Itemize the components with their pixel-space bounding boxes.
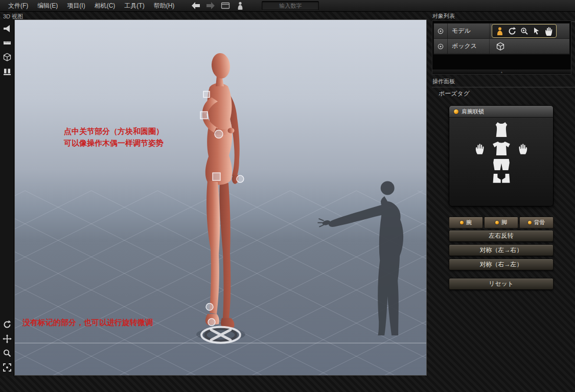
menubar-icon-group <box>191 2 245 10</box>
shoulder-link-toggle[interactable]: 肩腕联锁 <box>449 106 553 118</box>
forward-icon[interactable] <box>205 2 216 10</box>
joint-marker-circle[interactable] <box>237 175 244 182</box>
operation-panel-header: 操作面板 <box>432 77 575 87</box>
ruler-icon[interactable] <box>2 37 13 49</box>
tshirt-icon[interactable] <box>493 142 510 155</box>
menubar: 文件(F) 编辑(E) 项目(I) 相机(C) 工具(T) 帮助(H) <box>0 0 575 12</box>
model-tools <box>490 24 569 38</box>
part-button-spine[interactable]: 背骨 <box>519 217 554 228</box>
pose-group-panel: 肩腕联锁 <box>449 105 554 206</box>
box-icon[interactable] <box>494 40 506 52</box>
menu-camera[interactable]: 相机(C) <box>95 2 116 10</box>
joint-marker-square[interactable] <box>200 111 208 119</box>
cube-icon[interactable] <box>2 52 13 63</box>
camera-frame-icon[interactable] <box>2 362 13 373</box>
symmetry-right-to-left-button[interactable]: 对称（右→左） <box>449 259 554 270</box>
back-icon[interactable] <box>191 2 201 10</box>
annotation-line-3: 没有标记的部分，也可以进行旋转微调 <box>22 316 153 328</box>
hand-tool-icon[interactable] <box>543 25 555 37</box>
zoom-icon[interactable] <box>2 348 13 359</box>
part-button-arm-label: 腕 <box>466 219 472 226</box>
window-icon[interactable] <box>220 2 231 10</box>
part-button-leg-label: 脚 <box>501 219 507 226</box>
object-row-model[interactable]: モデル <box>434 24 569 39</box>
part-button-spine-label: 背骨 <box>534 219 545 226</box>
application-window: 文件(F) 编辑(E) 项目(I) 相机(C) 工具(T) 帮助(H) 3D 视… <box>0 0 575 392</box>
orange-dot-icon <box>454 109 458 114</box>
object-list: モデル <box>432 20 571 75</box>
move-icon[interactable] <box>2 333 13 344</box>
move-tool-icon[interactable] <box>531 25 542 37</box>
orange-dot-icon <box>528 221 532 224</box>
object-label-model: モデル <box>448 24 490 38</box>
horn-icon[interactable] <box>2 23 13 34</box>
object-list-rows: モデル <box>433 23 570 55</box>
annotation-line-2: 可以像操作木偶一样调节姿势 <box>64 137 164 149</box>
symmetry-left-to-right-button[interactable]: 对称（左→右） <box>449 244 554 256</box>
joint-marker-circle[interactable] <box>215 130 223 138</box>
flip-button[interactable]: 左右反转 <box>449 230 554 242</box>
reset-button[interactable]: リセット <box>449 278 554 290</box>
part-button-row: 腕 脚 背骨 <box>449 217 554 228</box>
part-button-leg[interactable]: 脚 <box>484 217 518 228</box>
box-tools <box>490 39 569 54</box>
joint-marker-circle[interactable] <box>208 318 215 326</box>
rotate-icon[interactable] <box>2 319 13 330</box>
shoulder-link-label: 肩腕联锁 <box>462 108 484 116</box>
annotation-rotation: 没有标记的部分，也可以进行旋转微调 <box>22 316 153 328</box>
orange-dot-icon <box>460 221 464 224</box>
menu-project[interactable]: 项目(I) <box>67 2 85 10</box>
hand-icon[interactable] <box>518 143 528 155</box>
annotation-joints: 点中关节部分（方块和圆圈） 可以像操作木偶一样调节姿势 <box>64 125 164 149</box>
pose-body <box>449 118 553 183</box>
shorts-icon[interactable] <box>493 159 510 170</box>
menu-help[interactable]: 帮助(H) <box>154 2 175 10</box>
menu-edit[interactable]: 编辑(E) <box>37 2 58 10</box>
pose-row-upper <box>475 142 528 155</box>
boots-icon[interactable] <box>492 174 511 183</box>
hand-icon[interactable] <box>475 143 485 155</box>
number-input[interactable] <box>262 1 319 10</box>
rotate-tool-icon[interactable] <box>506 25 518 37</box>
tool-selection-box <box>492 24 557 38</box>
mannequin-head <box>211 52 232 79</box>
joint-marker-circle[interactable] <box>206 303 213 310</box>
visibility-icon[interactable] <box>434 39 448 54</box>
menu-tools[interactable]: 工具(T) <box>124 2 144 10</box>
left-toolbar <box>0 19 14 376</box>
orange-dot-icon <box>495 221 499 224</box>
doll-icon[interactable] <box>235 2 245 10</box>
mannequin-near-leg <box>206 180 220 314</box>
mannequin-far-leg <box>219 182 231 319</box>
annotation-line-1: 点中关节部分（方块和圆圈） <box>64 125 164 137</box>
vest-icon[interactable] <box>494 122 509 138</box>
joint-marker-square[interactable] <box>203 91 210 98</box>
zoom-tool-icon[interactable] <box>518 25 530 37</box>
object-label-box: ボックス <box>448 39 490 54</box>
scroll-notch-icon[interactable]: ▲ <box>432 70 571 74</box>
pose-tag-label: ポーズタグ <box>439 89 470 98</box>
silhouette-figure[interactable] <box>318 181 404 336</box>
mannequin-hand <box>227 128 234 133</box>
menu-file[interactable]: 文件(F) <box>8 2 28 10</box>
object-row-box[interactable]: ボックス <box>434 39 569 54</box>
part-button-arm[interactable]: 腕 <box>449 217 483 228</box>
visibility-icon[interactable] <box>434 24 448 38</box>
viewport-3d[interactable]: 点中关节部分（方块和圆圈） 可以像操作木偶一样调节姿势 没有标记的部分，也可以进… <box>14 19 427 376</box>
joint-marker-square[interactable] <box>213 173 220 180</box>
columns-icon[interactable] <box>2 66 13 77</box>
model-icon[interactable] <box>494 25 505 37</box>
